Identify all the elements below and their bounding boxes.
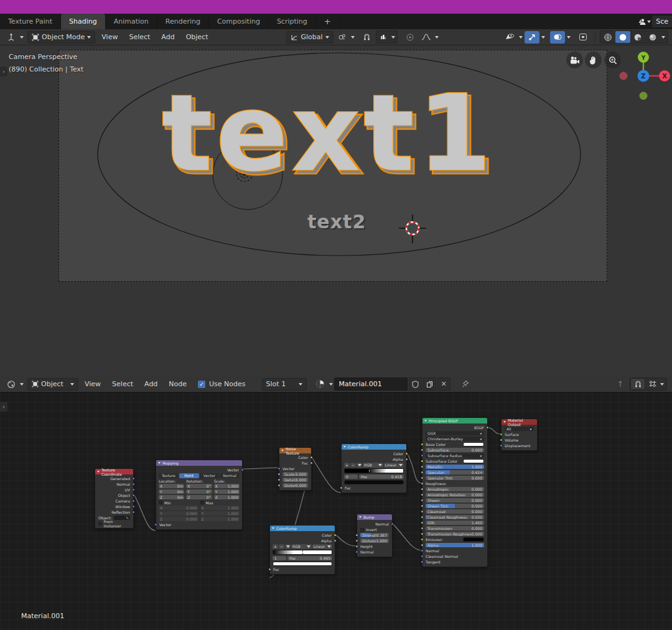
add-stop-button[interactable]: + <box>344 463 350 468</box>
slot-dropdown[interactable]: Slot 1 <box>262 378 307 391</box>
input-socket[interactable] <box>421 555 424 558</box>
node-options-icon[interactable] <box>645 378 660 390</box>
input-socket[interactable] <box>355 539 358 542</box>
output-socket[interactable] <box>132 477 135 480</box>
shading-wireframe-icon[interactable] <box>600 31 615 43</box>
viewport-3d[interactable]: text1 text1 Camera Perspective (890) Col… <box>0 45 672 376</box>
gizmo-neg-y-axis[interactable] <box>640 92 648 100</box>
input-socket[interactable] <box>421 471 424 474</box>
shader-node-editor[interactable]: › Texture CoordinateGeneratedNormalUVObj… <box>0 393 672 630</box>
node-texture-coordinate[interactable]: Texture CoordinateGeneratedNormalUVObjec… <box>95 468 134 529</box>
menu-select[interactable]: Select <box>124 31 155 43</box>
output-socket[interactable] <box>132 494 135 497</box>
shading-chevron-icon[interactable] <box>661 36 665 40</box>
color-mode-dropdown[interactable]: RGB <box>363 463 383 468</box>
input-socket[interactable] <box>421 488 424 491</box>
input-socket[interactable] <box>421 465 424 468</box>
tab-shading[interactable]: Shading <box>61 14 106 29</box>
tab-normal[interactable]: Normal <box>220 473 240 478</box>
input-socket[interactable] <box>421 448 424 452</box>
value-min-y[interactable]: Y0.000 <box>159 511 198 516</box>
tab-animation[interactable]: Animation <box>106 14 157 29</box>
node-noise-texture[interactable]: Noise TextureColorFacVectorScale:5.000De… <box>279 447 312 491</box>
value-max-z[interactable]: Z1.000 <box>200 517 240 521</box>
slider-field-metallic[interactable]: Metallic:1.000 <box>426 465 484 469</box>
slider-field-scale[interactable]: Scale:5.000 <box>282 472 308 476</box>
slider-field-specular[interactable]: Specular:0.424 <box>426 470 484 475</box>
parent-node-tree-icon[interactable]: ↑ <box>613 378 628 391</box>
editor-type-shader-icon[interactable] <box>4 378 19 391</box>
ramp-specials-button[interactable] <box>285 544 291 549</box>
tab-scripting[interactable]: Scripting <box>269 14 316 29</box>
use-nodes-checkbox[interactable]: ✓ <box>198 381 205 388</box>
input-socket[interactable] <box>421 516 424 519</box>
node-header-texture-coordinate[interactable]: Texture Coordinate <box>95 469 133 475</box>
value-location-z[interactable]: Z0m <box>159 495 184 499</box>
axis-gizmo[interactable]: Y X Z <box>619 52 672 101</box>
text2-object[interactable]: text2 <box>307 211 366 233</box>
pan-view-button[interactable] <box>585 52 602 68</box>
output-socket[interactable] <box>132 499 135 503</box>
input-socket[interactable] <box>278 467 281 470</box>
value-max-y[interactable]: Y1.000 <box>200 511 240 516</box>
input-socket[interactable] <box>340 486 343 489</box>
output-socket[interactable] <box>310 461 313 465</box>
overlays-chevron-icon[interactable] <box>567 36 571 40</box>
input-socket[interactable] <box>421 510 424 513</box>
camera-view-button[interactable] <box>566 52 583 68</box>
scene-name-field[interactable]: Sce <box>652 16 672 27</box>
slider-field-distance[interactable]: Distance:1.000 <box>360 539 389 543</box>
shader-editor-type-chevron-icon[interactable] <box>20 383 24 387</box>
active-stop-color-swatch[interactable] <box>344 480 404 484</box>
output-socket[interactable] <box>405 458 408 461</box>
collapse-triangle-icon[interactable] <box>158 462 161 465</box>
dropdown-christensen-burley[interactable]: Christensen-Burley <box>426 437 484 441</box>
shading-rendered-icon[interactable] <box>645 31 660 43</box>
tab-compositing[interactable]: Compositing <box>209 14 269 29</box>
add-workspace-button[interactable]: + <box>316 14 340 29</box>
checkbox-min[interactable] <box>159 501 162 504</box>
node-colorramp-1[interactable]: ColorRampColorAlpha+−RGBLinear0Pos0.418F… <box>341 443 407 493</box>
snap-target-dropdown[interactable] <box>376 30 398 44</box>
input-socket[interactable] <box>421 538 424 541</box>
output-socket[interactable] <box>132 511 135 514</box>
new-material-copy-icon[interactable] <box>423 378 436 391</box>
slider-field-anisotropic-rotation[interactable]: Anisotropic Rotation:0.000 <box>426 493 484 497</box>
stop-position-slider[interactable]: Pos0.418 <box>359 475 404 479</box>
value-scale-y[interactable]: Y1.000 <box>214 489 240 494</box>
slider-field-alpha[interactable]: Alpha:1.000 <box>426 543 484 547</box>
node-options-chevron-icon[interactable] <box>660 383 664 387</box>
input-socket[interactable] <box>421 454 424 457</box>
value-max-x[interactable]: X1.000 <box>200 506 240 510</box>
value-location-x[interactable]: X0m <box>159 484 184 488</box>
value-rotation-z[interactable]: Z0° <box>186 495 212 499</box>
toolbar-expand-arrow[interactable]: › <box>0 67 7 76</box>
menu-add[interactable]: Add <box>156 31 179 43</box>
node-principled-bsdf[interactable]: Principled BSDFBSDFGGXChristensen-Burley… <box>422 417 488 567</box>
input-socket[interactable] <box>421 549 424 552</box>
falloff-chevron-icon[interactable] <box>435 36 439 40</box>
tab-vector[interactable]: Vector <box>200 473 220 478</box>
mode-dropdown[interactable]: Object Mode <box>27 31 95 44</box>
color-swatch-base-color[interactable] <box>463 442 484 447</box>
value-rotation-x[interactable]: X0° <box>186 484 212 488</box>
node-header-colorramp[interactable]: ColorRamp <box>342 444 406 450</box>
input-socket[interactable] <box>421 499 424 502</box>
ramp-specials-button[interactable] <box>357 463 362 468</box>
slider-field-ior[interactable]: IOR:1.450 <box>426 521 484 525</box>
output-socket[interactable] <box>132 488 135 491</box>
slider-field-clearcoat[interactable]: Clearcoat:0.000 <box>426 509 484 514</box>
zoom-view-button[interactable] <box>604 52 621 68</box>
active-stop-marker[interactable] <box>369 468 370 473</box>
tab-texture-paint[interactable]: Texture Paint <box>0 14 61 29</box>
tab-texture[interactable]: Texture <box>159 473 179 478</box>
collapse-triangle-icon[interactable] <box>272 527 274 530</box>
gizmos-chevron-icon[interactable] <box>541 36 545 40</box>
input-socket[interactable] <box>278 484 281 487</box>
checkbox-box-invert[interactable] <box>360 528 364 532</box>
shader-menu-view[interactable]: View <box>80 378 106 390</box>
checkbox-box-from-instancer[interactable] <box>98 522 102 526</box>
fake-user-shield-icon[interactable] <box>409 378 422 391</box>
pin-icon[interactable] <box>458 378 473 391</box>
input-socket[interactable] <box>278 478 281 481</box>
